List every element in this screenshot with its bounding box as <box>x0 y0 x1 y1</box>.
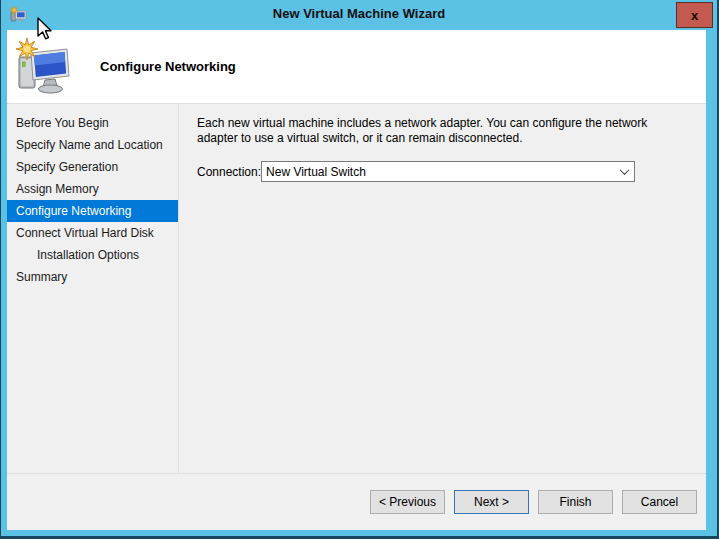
wizard-body: Before You Begin Specify Name and Locati… <box>7 104 706 473</box>
sidebar-item-before-you-begin[interactable]: Before You Begin <box>7 112 178 134</box>
sidebar-item-assign-memory[interactable]: Assign Memory <box>7 178 178 200</box>
finish-button[interactable]: Finish <box>538 490 613 514</box>
connection-row: Connection: New Virtual Switch <box>197 161 691 182</box>
page-description: Each new virtual machine includes a netw… <box>197 116 691 146</box>
connection-label: Connection: <box>197 165 261 179</box>
wizard-header: Configure Networking <box>7 30 706 104</box>
connection-select[interactable]: New Virtual Switch <box>261 161 635 182</box>
sidebar-item-installation-options[interactable]: Installation Options <box>7 244 178 266</box>
previous-button[interactable]: < Previous <box>370 490 445 514</box>
wizard-icon <box>14 36 72 96</box>
wizard-window: New Virtual Machine Wizard x <box>1 0 717 536</box>
connection-selected-value: New Virtual Switch <box>262 165 615 179</box>
page-title: Configure Networking <box>100 59 236 74</box>
wizard-footer: < Previous Next > Finish Cancel <box>7 473 706 530</box>
window-title: New Virtual Machine Wizard <box>1 6 717 21</box>
sidebar-item-configure-networking[interactable]: Configure Networking <box>7 200 178 222</box>
sidebar-item-specify-name-and-location[interactable]: Specify Name and Location <box>7 134 178 156</box>
step-sidebar: Before You Begin Specify Name and Locati… <box>7 104 179 473</box>
wizard-content: Configure Networking Before You Begin Sp… <box>7 30 706 530</box>
cancel-button[interactable]: Cancel <box>622 490 697 514</box>
window-frame: New Virtual Machine Wizard x <box>0 0 719 539</box>
page-content: Each new virtual machine includes a netw… <box>179 104 706 473</box>
next-button[interactable]: Next > <box>454 490 529 514</box>
close-button[interactable]: x <box>676 2 713 28</box>
sidebar-item-connect-virtual-hard-disk[interactable]: Connect Virtual Hard Disk <box>7 222 178 244</box>
sidebar-item-specify-generation[interactable]: Specify Generation <box>7 156 178 178</box>
close-icon: x <box>691 9 698 22</box>
chevron-down-icon[interactable] <box>615 162 634 181</box>
sidebar-item-summary[interactable]: Summary <box>7 266 178 288</box>
titlebar: New Virtual Machine Wizard x <box>1 0 717 30</box>
